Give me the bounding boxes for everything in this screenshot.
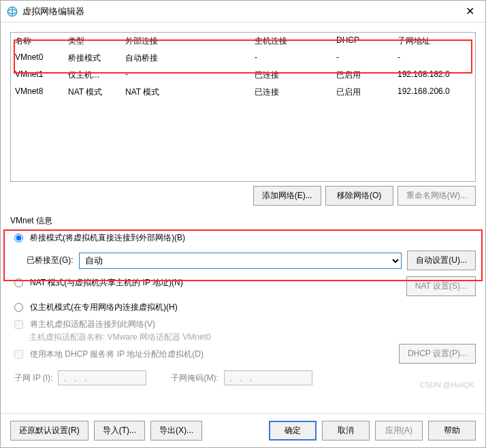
dhcp-checkbox-label: 使用本地 DHCP 服务将 IP 地址分配给虚拟机(D)	[30, 349, 204, 360]
hostonly-radio[interactable]: 仅主机模式(在专用网络内连接虚拟机)(H)	[14, 302, 476, 313]
col-dhcp[interactable]: DHCP	[336, 35, 398, 47]
nat-radio-input[interactable]	[14, 278, 23, 287]
remove-network-button[interactable]: 移除网络(O)	[325, 186, 393, 206]
host-adapter-checkbox-input	[14, 320, 23, 329]
restore-defaults-button[interactable]: 还原默认设置(R)	[10, 421, 88, 441]
close-icon[interactable]: ✕	[460, 2, 480, 20]
cell-host: 已连接	[255, 69, 336, 81]
nat-radio-label: NAT 模式(与虚拟机共享主机的 IP 地址)(N)	[30, 277, 183, 289]
cell-subnet: 192.168.206.0	[398, 86, 471, 98]
export-button[interactable]: 导出(X)...	[150, 421, 202, 441]
subnet-ip-label: 子网 IP (I):	[14, 372, 52, 384]
bottom-bar: 还原默认设置(R) 导入(T)... 导出(X)... 确定 取消 应用(A) …	[1, 413, 485, 447]
auto-settings-button[interactable]: 自动设置(U)...	[407, 251, 476, 270]
host-adapter-name: 主机虚拟适配器名称: VMware 网络适配器 VMnet0	[29, 332, 476, 343]
table-row[interactable]: VMnet1仅主机...-已连接已启用192.168.182.0	[11, 67, 475, 84]
cancel-button[interactable]: 取消	[322, 421, 370, 441]
cell-dhcp: 已启用	[336, 69, 398, 81]
network-table: 名称 类型 外部连接 主机连接 DHCP 子网地址 VMnet0桥接模式自动桥接…	[10, 32, 476, 182]
ok-button[interactable]: 确定	[269, 421, 317, 441]
group-title: VMnet 信息	[10, 215, 476, 227]
bridged-to-select[interactable]: 自动	[79, 253, 402, 269]
hostonly-radio-label: 仅主机模式(在专用网络内连接虚拟机)(H)	[30, 302, 178, 313]
bridged-radio-label: 桥接模式(将虚拟机直接连接到外部网络)(B)	[30, 232, 185, 244]
cell-dhcp: 已启用	[336, 86, 398, 98]
table-row[interactable]: VMnet0桥接模式自动桥接---	[11, 50, 475, 67]
titlebar: 虚拟网络编辑器 ✕	[1, 1, 485, 22]
window-title: 虚拟网络编辑器	[22, 5, 460, 18]
col-subnet[interactable]: 子网地址	[398, 35, 471, 47]
cell-name: VMnet0	[15, 52, 68, 64]
subnet-mask-label: 子网掩码(M):	[171, 372, 218, 384]
cell-subnet: 192.168.182.0	[398, 69, 471, 81]
table-header: 名称 类型 外部连接 主机连接 DHCP 子网地址	[11, 33, 475, 50]
cell-type: 桥接模式	[68, 52, 125, 64]
rename-network-button: 重命名网络(W)...	[398, 186, 476, 206]
help-button[interactable]: 帮助	[428, 421, 476, 441]
vmnet-info-group: VMnet 信息 桥接模式(将虚拟机直接连接到外部网络)(B) 已桥接至(G):…	[10, 215, 476, 388]
bridged-to-label: 已桥接至(G):	[27, 255, 74, 266]
hostonly-radio-input[interactable]	[14, 303, 23, 312]
col-name[interactable]: 名称	[15, 35, 68, 47]
cell-type: NAT 模式	[68, 86, 125, 98]
nat-settings-button: NAT 设置(S)...	[406, 276, 476, 296]
apply-button: 应用(A)	[375, 421, 423, 441]
cell-subnet: -	[398, 52, 471, 64]
cell-dhcp: -	[336, 52, 398, 64]
col-ext[interactable]: 外部连接	[125, 35, 255, 47]
import-button[interactable]: 导入(T)...	[94, 421, 145, 441]
cell-host: -	[255, 52, 336, 64]
dhcp-settings-button: DHCP 设置(P)...	[399, 344, 476, 364]
bridged-radio[interactable]: 桥接模式(将虚拟机直接连接到外部网络)(B)	[14, 232, 476, 244]
subnet-ip-input	[58, 370, 146, 385]
cell-type: 仅主机...	[68, 69, 125, 81]
table-row[interactable]: VMnet8NAT 模式NAT 模式已连接已启用192.168.206.0	[11, 84, 475, 101]
cell-name: VMnet8	[15, 86, 68, 98]
dhcp-checkbox-input	[14, 350, 23, 359]
add-network-button[interactable]: 添加网络(E)...	[253, 186, 321, 206]
watermark: CSDN @HuiiQK	[420, 381, 474, 389]
cell-host: 已连接	[255, 86, 336, 98]
bridged-radio-input[interactable]	[14, 234, 23, 242]
col-type[interactable]: 类型	[68, 35, 125, 47]
host-adapter-checkbox: 将主机虚拟适配器连接到此网络(V)	[14, 319, 476, 330]
subnet-mask-input	[224, 370, 312, 385]
cell-name: VMnet1	[15, 69, 68, 81]
app-icon	[6, 5, 18, 18]
col-host[interactable]: 主机连接	[255, 35, 336, 47]
cell-ext: -	[125, 69, 255, 81]
cell-ext: 自动桥接	[125, 52, 255, 64]
cell-ext: NAT 模式	[125, 86, 255, 98]
host-adapter-label: 将主机虚拟适配器连接到此网络(V)	[30, 319, 155, 330]
